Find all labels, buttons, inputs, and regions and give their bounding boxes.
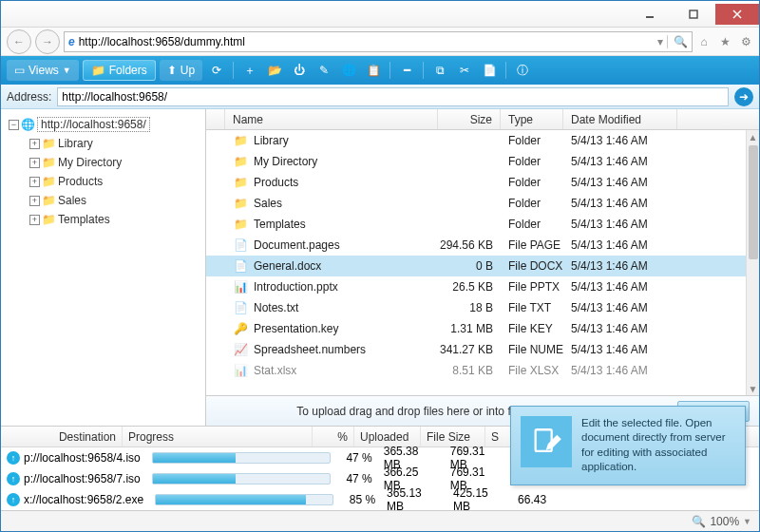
folder-icon: 📁 — [42, 175, 56, 188]
minimize-button[interactable] — [628, 4, 672, 25]
folders-button[interactable]: 📁Folders — [83, 60, 156, 81]
col-destination[interactable]: Destination — [1, 427, 123, 446]
column-headers[interactable]: Name Size Type Date Modified — [206, 109, 759, 130]
power-icon[interactable]: ⏻ — [289, 60, 310, 81]
paste-icon[interactable]: 📄 — [479, 60, 500, 81]
file-row[interactable]: 📄Document.pages294.56 KBFile PAGE5/4/13 … — [206, 235, 746, 256]
newfolder-icon[interactable]: 📂 — [264, 60, 285, 81]
file-row[interactable]: 📊Introduction.pptx26.5 KBFile PPTX5/4/13… — [206, 276, 746, 297]
refresh-icon[interactable]: ⟳ — [206, 60, 227, 81]
folder-icon: 📁 — [91, 64, 105, 77]
file-row[interactable]: 📁My DirectoryFolder5/4/13 1:46 AM — [206, 151, 746, 172]
scrollbar[interactable]: ▲ ▼ — [746, 130, 759, 395]
favorites-icon[interactable]: ★ — [717, 34, 732, 49]
url-input[interactable] — [79, 35, 654, 48]
expand-icon[interactable]: + — [29, 177, 40, 187]
go-button[interactable]: ➜ — [734, 87, 753, 106]
col-percent[interactable]: % — [313, 427, 354, 446]
cut-icon[interactable]: ✂ — [454, 60, 475, 81]
back-button[interactable]: ← — [7, 29, 31, 54]
expand-icon[interactable]: + — [29, 215, 40, 225]
edit-tooltip: Edit the selected file. Open document di… — [510, 406, 746, 485]
home-icon[interactable]: ⌂ — [696, 34, 712, 49]
dropdown-icon[interactable]: ▾ — [657, 35, 663, 48]
file-row[interactable]: 📄Notes.txt18 BFile TXT5/4/13 1:46 AM — [206, 297, 746, 318]
tree-item[interactable]: +📁Templates — [5, 210, 201, 229]
address-label: Address: — [7, 90, 51, 104]
maximize-button[interactable] — [672, 4, 715, 25]
expand-icon[interactable]: + — [29, 158, 40, 168]
app-toolbar: ▭Views▼ 📁Folders ⬆Up ⟳ ＋ 📂 ⏻ ✎ 🌐 📋 ━ ⧉ ✂… — [1, 56, 759, 85]
scroll-up-icon[interactable]: ▲ — [747, 130, 759, 143]
col-uploaded[interactable]: Uploaded — [354, 427, 421, 446]
up-button[interactable]: ⬆Up — [160, 60, 202, 81]
folder-icon: 📁 — [233, 196, 248, 211]
add-icon[interactable]: ＋ — [239, 60, 260, 81]
info-icon[interactable]: ⓘ — [512, 60, 533, 81]
window-titlebar — [1, 1, 759, 28]
zoom-icon: 🔍 — [692, 515, 706, 528]
file-row[interactable]: 📁LibraryFolder5/4/13 1:46 AM — [206, 130, 746, 151]
zoom-value: 100% — [710, 515, 739, 528]
key-icon: 🔑 — [233, 321, 248, 336]
upload-icon: ↑ — [7, 451, 20, 465]
txt-icon: 📄 — [233, 300, 248, 315]
file-row[interactable]: 📈Spreadsheet.numbers341.27 KBFile NUME5/… — [206, 339, 746, 360]
folder-icon: 📁 — [233, 133, 248, 148]
tree-item[interactable]: +📁Sales — [5, 191, 201, 210]
col-size[interactable]: Size — [438, 109, 501, 129]
url-bar[interactable]: e ▾ 🔍 — [64, 31, 693, 52]
copy-icon[interactable]: ⧉ — [429, 60, 450, 81]
col-date[interactable]: Date Modified — [563, 109, 677, 129]
upload-icon: ↑ — [7, 493, 20, 506]
pages-icon: 📄 — [233, 238, 248, 253]
progress-bar — [152, 452, 331, 464]
xlsx-icon: 📊 — [233, 363, 248, 378]
svg-rect-1 — [690, 10, 697, 18]
tree-item[interactable]: +📁My Directory — [5, 153, 201, 172]
upload-row[interactable]: ↑x://localhost:9658/2.exe85 %365.13 MB42… — [1, 489, 759, 510]
collapse-icon[interactable]: − — [9, 120, 19, 130]
expand-icon[interactable]: + — [29, 196, 40, 206]
tools-icon[interactable]: ⚙ — [738, 34, 753, 49]
chevron-down-icon[interactable]: ▼ — [743, 517, 751, 526]
folder-icon: 📁 — [42, 194, 56, 207]
upload-icon: ↑ — [7, 472, 20, 485]
folder-icon: 📁 — [42, 213, 56, 226]
file-row[interactable]: 📁ProductsFolder5/4/13 1:46 AM — [206, 172, 746, 193]
edit-icon[interactable]: ✎ — [314, 60, 334, 81]
expand-icon[interactable]: + — [29, 139, 40, 149]
file-row[interactable]: 📁TemplatesFolder5/4/13 1:46 AM — [206, 214, 746, 235]
tree-item[interactable]: +📁Library — [5, 134, 201, 153]
folder-icon: 📁 — [42, 137, 56, 150]
globe-icon[interactable]: 🌐 — [338, 60, 359, 81]
folder-icon: 📁 — [233, 217, 248, 232]
scroll-down-icon[interactable]: ▼ — [747, 382, 759, 395]
tree-root[interactable]: − 🌐 http://localhost:9658/ — [5, 115, 201, 134]
docx-icon: 📄 — [233, 258, 248, 274]
scroll-thumb[interactable] — [749, 145, 758, 259]
zoom-control[interactable]: 🔍 100% ▼ — [692, 515, 751, 528]
address-bar: Address: ➜ — [1, 85, 759, 109]
tree-item[interactable]: +📁Products — [5, 172, 201, 191]
remove-icon[interactable]: ━ — [396, 60, 417, 81]
address-input[interactable] — [57, 87, 729, 106]
monitor-icon: ▭ — [14, 64, 25, 77]
clipboard-icon[interactable]: 📋 — [363, 60, 384, 81]
folder-icon: 📁 — [233, 175, 248, 190]
numbers-icon: 📈 — [233, 342, 248, 357]
col-type[interactable]: Type — [501, 109, 563, 129]
col-filesize[interactable]: File Size — [421, 427, 485, 446]
file-row[interactable]: 📄General.docx0 BFile DOCX5/4/13 1:46 AM — [206, 256, 746, 276]
file-row[interactable]: 🔑Presentation.key1.31 MBFile KEY5/4/13 1… — [206, 318, 746, 339]
col-progress[interactable]: Progress — [123, 427, 313, 446]
col-name[interactable]: Name — [225, 109, 438, 129]
close-button[interactable] — [715, 4, 759, 25]
edit-document-icon — [521, 416, 572, 467]
file-row[interactable]: 📁SalesFolder5/4/13 1:46 AM — [206, 193, 746, 214]
search-icon[interactable]: 🔍 — [667, 35, 688, 48]
forward-button[interactable]: → — [35, 29, 60, 54]
views-button[interactable]: ▭Views▼ — [7, 60, 79, 81]
folder-tree[interactable]: − 🌐 http://localhost:9658/ +📁Library+📁My… — [1, 109, 206, 426]
file-row[interactable]: 📊Stat.xlsx8.51 KBFile XLSX5/4/13 1:46 AM — [206, 360, 746, 381]
